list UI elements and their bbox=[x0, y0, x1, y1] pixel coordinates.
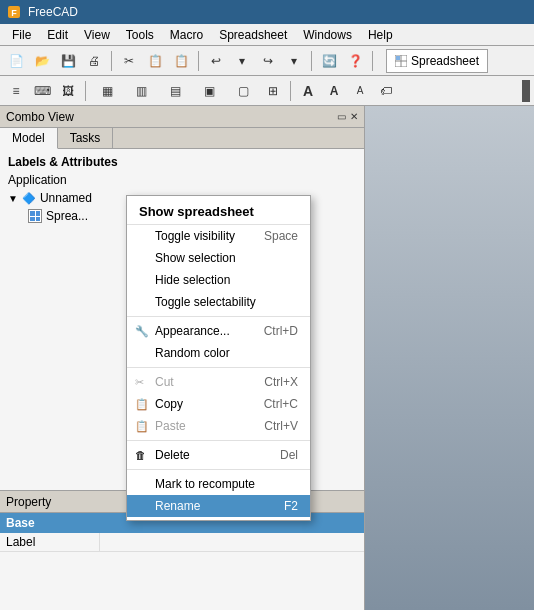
copy-button[interactable]: 📋 bbox=[143, 49, 167, 73]
ctx-cut-shortcut: Ctrl+X bbox=[264, 375, 298, 389]
menu-windows[interactable]: Windows bbox=[295, 26, 360, 44]
right-panel bbox=[365, 106, 534, 610]
tb2-btn4[interactable]: ▦ bbox=[91, 79, 123, 103]
ctx-mark-recompute[interactable]: Mark to recompute bbox=[127, 473, 310, 495]
redo-button[interactable]: ↪ bbox=[256, 49, 280, 73]
tb2-font1[interactable]: A bbox=[296, 79, 320, 103]
ctx-delete[interactable]: 🗑 Delete Del bbox=[127, 444, 310, 466]
tree-arrow[interactable]: ▼ bbox=[8, 193, 18, 204]
combo-close-btn[interactable]: ✕ bbox=[350, 111, 358, 122]
tb2-btn9[interactable]: ⊞ bbox=[261, 79, 285, 103]
ctx-toggle-selectability[interactable]: Toggle selectability bbox=[127, 291, 310, 313]
ctx-copy-shortcut: Ctrl+C bbox=[264, 397, 298, 411]
ctx-cut[interactable]: ✂ Cut Ctrl+X bbox=[127, 371, 310, 393]
menu-macro[interactable]: Macro bbox=[162, 26, 211, 44]
help-button[interactable]: ❓ bbox=[343, 49, 367, 73]
cut-icon: ✂ bbox=[135, 376, 144, 389]
cut-button[interactable]: ✂ bbox=[117, 49, 141, 73]
ctx-appearance[interactable]: 🔧 Appearance... Ctrl+D bbox=[127, 320, 310, 342]
paste-button[interactable]: 📋 bbox=[169, 49, 193, 73]
ctx-paste-label: Paste bbox=[155, 419, 186, 433]
tb2-btn6[interactable]: ▤ bbox=[159, 79, 191, 103]
ctx-rename-label: Rename bbox=[155, 499, 200, 513]
ctx-hide-selection-label: Hide selection bbox=[155, 273, 230, 287]
undo-button[interactable]: ↩ bbox=[204, 49, 228, 73]
tabs: Model Tasks bbox=[0, 128, 364, 149]
tb2-btn5[interactable]: ▥ bbox=[125, 79, 157, 103]
tree-unnamed-label: Unnamed bbox=[40, 191, 92, 205]
ctx-sep3 bbox=[127, 440, 310, 441]
combo-header: Combo View ▭ ✕ bbox=[0, 106, 364, 128]
tab-tasks[interactable]: Tasks bbox=[58, 128, 114, 148]
ctx-paste[interactable]: 📋 Paste Ctrl+V bbox=[127, 415, 310, 437]
ctx-delete-label: Delete bbox=[155, 448, 190, 462]
toolbar2: ≡ ⌨ 🖼 ▦ ▥ ▤ ▣ ▢ ⊞ A A A 🏷 bbox=[0, 76, 534, 106]
sep5 bbox=[85, 81, 86, 101]
new-button[interactable]: 📄 bbox=[4, 49, 28, 73]
spreadsheet-tree-icon bbox=[28, 209, 42, 223]
ctx-sep1 bbox=[127, 316, 310, 317]
tb2-font2[interactable]: A bbox=[322, 79, 346, 103]
delete-icon: 🗑 bbox=[135, 449, 146, 461]
redo-dropdown[interactable]: ▾ bbox=[282, 49, 306, 73]
menu-help[interactable]: Help bbox=[360, 26, 401, 44]
tb2-end-btn[interactable] bbox=[522, 80, 530, 102]
tree-spreadsheet-label: Sprea... bbox=[46, 209, 88, 223]
ctx-copy[interactable]: 📋 Copy Ctrl+C bbox=[127, 393, 310, 415]
app-icon: F bbox=[6, 4, 22, 20]
sep3 bbox=[311, 51, 312, 71]
app-title: FreeCAD bbox=[28, 5, 78, 19]
property-label-value[interactable] bbox=[100, 533, 364, 551]
combo-controls: ▭ ✕ bbox=[337, 111, 358, 122]
menu-tools[interactable]: Tools bbox=[118, 26, 162, 44]
sep6 bbox=[290, 81, 291, 101]
tb2-btn2[interactable]: ⌨ bbox=[30, 79, 54, 103]
tab-model[interactable]: Model bbox=[0, 128, 58, 149]
ctx-hide-selection[interactable]: Hide selection bbox=[127, 269, 310, 291]
tb2-font3[interactable]: A bbox=[348, 79, 372, 103]
menu-view[interactable]: View bbox=[76, 26, 118, 44]
property-label-name: Label bbox=[0, 533, 100, 551]
tb2-btn1[interactable]: ≡ bbox=[4, 79, 28, 103]
ctx-random-color[interactable]: Random color bbox=[127, 342, 310, 364]
menu-edit[interactable]: Edit bbox=[39, 26, 76, 44]
unnamed-icon: 🔷 bbox=[22, 192, 36, 205]
ctx-show-selection[interactable]: Show selection bbox=[127, 247, 310, 269]
sep1 bbox=[111, 51, 112, 71]
ctx-toggle-selectability-label: Toggle selectability bbox=[155, 295, 256, 309]
title-bar: F FreeCAD bbox=[0, 0, 534, 24]
copy-icon: 📋 bbox=[135, 398, 149, 411]
menu-spreadsheet[interactable]: Spreadsheet bbox=[211, 26, 295, 44]
spreadsheet-icon bbox=[395, 55, 407, 67]
svg-text:F: F bbox=[11, 8, 17, 18]
spreadsheet-tag: Spreadsheet bbox=[386, 49, 488, 73]
refresh-button[interactable]: 🔄 bbox=[317, 49, 341, 73]
tb2-tag-btn[interactable]: 🏷 bbox=[374, 79, 398, 103]
ctx-random-color-label: Random color bbox=[155, 346, 230, 360]
appearance-icon: 🔧 bbox=[135, 325, 149, 338]
menu-file[interactable]: File bbox=[4, 26, 39, 44]
save-button[interactable]: 💾 bbox=[56, 49, 80, 73]
spreadsheet-tag-label: Spreadsheet bbox=[411, 54, 479, 68]
combo-restore-btn[interactable]: ▭ bbox=[337, 111, 346, 122]
tb2-btn7[interactable]: ▣ bbox=[193, 79, 225, 103]
ctx-appearance-label: Appearance... bbox=[155, 324, 230, 338]
ctx-toggle-visibility[interactable]: Toggle visibility Space bbox=[127, 225, 310, 247]
ctx-cut-label: Cut bbox=[155, 375, 174, 389]
sep2 bbox=[198, 51, 199, 71]
ctx-sep4 bbox=[127, 469, 310, 470]
undo-dropdown[interactable]: ▾ bbox=[230, 49, 254, 73]
property-title: Property bbox=[6, 495, 51, 509]
ctx-delete-shortcut: Del bbox=[280, 448, 298, 462]
ctx-show-selection-label: Show selection bbox=[155, 251, 236, 265]
combo-view-title: Combo View bbox=[6, 110, 74, 124]
tree-label: Labels & Attributes bbox=[4, 153, 360, 171]
property-label-row: Label bbox=[0, 533, 364, 552]
print-button[interactable]: 🖨 bbox=[82, 49, 106, 73]
ctx-copy-label: Copy bbox=[155, 397, 183, 411]
tb2-btn3[interactable]: 🖼 bbox=[56, 79, 80, 103]
tb2-btn8[interactable]: ▢ bbox=[227, 79, 259, 103]
context-menu-header: Show spreadsheet bbox=[127, 199, 310, 225]
open-button[interactable]: 📂 bbox=[30, 49, 54, 73]
ctx-rename[interactable]: Rename F2 bbox=[127, 495, 310, 517]
